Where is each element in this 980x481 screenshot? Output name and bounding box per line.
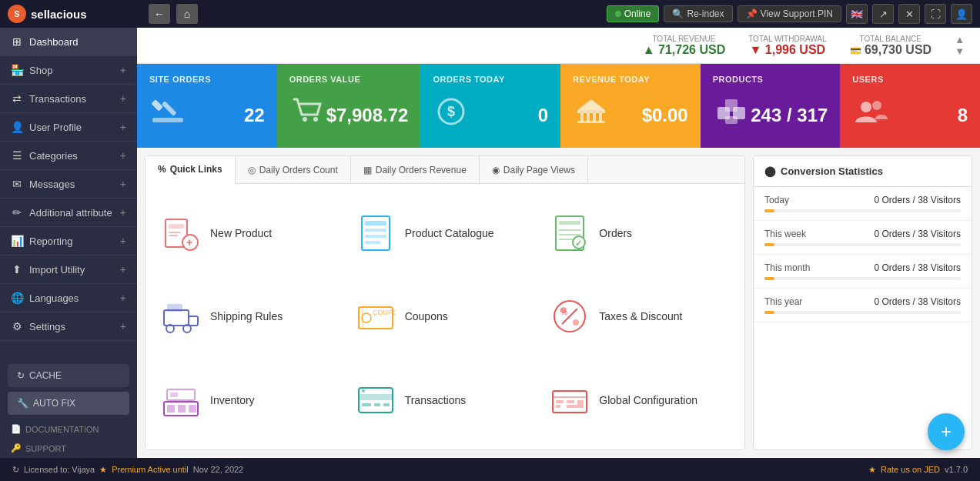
stats-scroll-arrows[interactable]: ▲▼ [955, 34, 965, 57]
sidebar-item-categories[interactable]: ☰ Categories + [0, 142, 137, 170]
tile-revenue-today[interactable]: REVENUE TODAY $0.00 [560, 64, 701, 148]
rate-jed-link[interactable]: Rate us on JED [881, 465, 940, 474]
tile-orders-value[interactable]: ORDERS VALUE $7,908.72 [277, 64, 421, 148]
conv-month-label: This month [764, 262, 810, 273]
dashboard-bottom: % Quick Links ◎ Daily Orders Count ▦ Dai… [137, 148, 980, 458]
conv-month-value: 0 Orders / 38 Visitors [875, 262, 962, 273]
quicklink-coupons[interactable]: COUPON Coupons [348, 275, 543, 358]
support-pin-button[interactable]: 📌 View Support PIN [738, 5, 842, 22]
svg-rect-67 [556, 400, 564, 403]
sidebar-item-user-profile[interactable]: 👤 User Profile + [0, 113, 137, 142]
total-revenue-stat: TOTAL REVENUE ▲ 71,726 USD [643, 35, 725, 57]
back-button[interactable]: ← [149, 4, 170, 24]
total-revenue-value: ▲ 71,726 USD [643, 43, 725, 57]
total-balance-stat: TOTAL BALANCE 💳 69,730 USD [850, 35, 932, 57]
svg-rect-22 [169, 232, 181, 233]
sidebar-item-settings[interactable]: ⚙ Settings + [0, 312, 137, 341]
support-icon: 🔑 [11, 443, 22, 453]
conversion-title: Conversion Statistics [781, 165, 883, 177]
svg-marker-12 [577, 99, 605, 110]
svg-text:$: $ [447, 104, 455, 119]
quicklink-shipping-rules[interactable]: Shipping Rules [153, 275, 348, 358]
total-balance-value: 💳 69,730 USD [850, 43, 932, 57]
tab-daily-orders-revenue[interactable]: ▦ Daily Orders Revenue [351, 156, 480, 183]
sidebar-item-dashboard[interactable]: ⊞ Dashboard [0, 28, 137, 56]
premium-text: Premium Active until [112, 465, 189, 474]
svg-rect-2 [162, 101, 177, 116]
close-button[interactable]: ✕ [898, 4, 920, 24]
online-button[interactable]: Online [607, 5, 660, 22]
quicklink-taxes-discount[interactable]: % Taxes & Discount [542, 275, 737, 358]
online-dot [615, 11, 621, 17]
user-profile-icon: 👤 [11, 121, 23, 133]
settings-icon: ⚙ [11, 320, 23, 332]
sidebar-item-label: Dashboard [29, 36, 79, 48]
flag-button[interactable]: 🇬🇧 [846, 4, 868, 24]
sidebar-item-shop[interactable]: 🏪 Shop + [0, 56, 137, 85]
support-link[interactable]: 🔑 SUPPORT [0, 439, 137, 458]
pin-icon: 📌 [746, 8, 758, 19]
sidebar-item-label: Shop [29, 65, 52, 76]
quicklink-taxes-discount-label: Taxes & Discount [599, 310, 682, 322]
quicklink-product-catalogue[interactable]: Product Catalogue [348, 192, 543, 275]
total-withdrawal-value: ▼ 1,996 USD [748, 43, 826, 57]
svg-rect-11 [599, 113, 602, 121]
inventory-icon [161, 380, 201, 420]
autofix-button[interactable]: 🔧 AUTO FIX [8, 392, 129, 415]
sidebar-item-reporting[interactable]: 📊 Reporting + [0, 227, 137, 256]
quicklink-global-configuration[interactable]: Global Configuration [542, 359, 737, 442]
svg-rect-9 [587, 113, 590, 121]
total-withdrawal-stat: TOTAL WITHDRAWAL ▼ 1,996 USD [748, 35, 826, 57]
svg-rect-42 [167, 304, 182, 312]
quicklink-orders[interactable]: ✓ Orders [542, 192, 737, 275]
sidebar-item-label: Reporting [29, 235, 72, 247]
dollar-icon: $ [433, 93, 470, 137]
footer-right: ★ Rate us on JED v1.7.0 [868, 465, 968, 475]
tab-daily-orders-count[interactable]: ◎ Daily Orders Count [236, 156, 351, 183]
sidebar: ⊞ Dashboard 🏪 Shop + ⇄ Transactions + 👤 … [0, 28, 137, 458]
main-content: TOTAL REVENUE ▲ 71,726 USD TOTAL WITHDRA… [137, 28, 980, 458]
product-catalogue-icon [356, 213, 396, 253]
sidebar-item-transactions[interactable]: ⇄ Transactions + [0, 85, 137, 113]
tile-revenue-today-value: $0.00 [642, 105, 688, 126]
quicklink-inventory[interactable]: Inventory [153, 359, 348, 442]
shop-expand-icon: + [120, 64, 126, 76]
tab-daily-page-views[interactable]: ◉ Daily Page Views [480, 156, 588, 183]
sidebar-item-languages[interactable]: 🌐 Languages + [0, 284, 137, 312]
svg-rect-29 [365, 235, 386, 238]
svg-rect-17 [725, 116, 738, 124]
global-configuration-icon [550, 380, 590, 420]
tile-site-orders[interactable]: SITE ORDERS 22 [137, 64, 277, 148]
home-button[interactable]: ⌂ [176, 4, 198, 24]
tile-products[interactable]: PRODUCTS 243 / 317 [701, 64, 841, 148]
quicklink-new-product-label: New Product [210, 227, 272, 239]
svg-point-51 [560, 307, 567, 313]
svg-rect-56 [189, 405, 196, 413]
svg-rect-23 [169, 235, 178, 236]
attribute-expand-icon: + [120, 206, 126, 219]
reindex-button[interactable]: 🔍 Re-index [664, 5, 732, 22]
messages-expand-icon: + [120, 178, 126, 190]
sidebar-item-import-utility[interactable]: ⬆ Import Utility + [0, 256, 137, 284]
user-button[interactable]: 👤 [951, 4, 972, 24]
sidebar-item-messages[interactable]: ✉ Messages + [0, 170, 137, 199]
external-link-button[interactable]: ↗ [872, 4, 894, 24]
conv-week-value: 0 Orders / 38 Visitors [875, 229, 962, 239]
refresh-icon: ↻ [12, 465, 19, 475]
fab-button[interactable]: + [928, 413, 965, 450]
sidebar-item-additional-attribute[interactable]: ✏ Additional attribute + [0, 199, 137, 227]
quicklink-transactions[interactable]: Transactions [348, 359, 543, 442]
tab-quick-links[interactable]: % Quick Links [145, 156, 236, 184]
quicklink-transactions-label: Transactions [405, 394, 467, 406]
taxes-discount-icon: % [550, 296, 590, 336]
expand-button[interactable]: ⛶ [925, 4, 946, 24]
cache-button[interactable]: ↻ CACHE [8, 364, 129, 387]
documentation-link[interactable]: 📄 DOCUMENTATION [0, 419, 137, 439]
cache-refresh-icon: ↻ [17, 370, 25, 381]
link-icon: % [158, 164, 166, 175]
svg-point-4 [313, 117, 318, 122]
tile-orders-today[interactable]: ORDERS TODAY $ 0 [420, 64, 560, 148]
quicklink-new-product[interactable]: + New Product [153, 192, 348, 275]
support-pin-label: View Support PIN [761, 8, 834, 19]
tile-users[interactable]: USERS 8 [840, 64, 980, 148]
